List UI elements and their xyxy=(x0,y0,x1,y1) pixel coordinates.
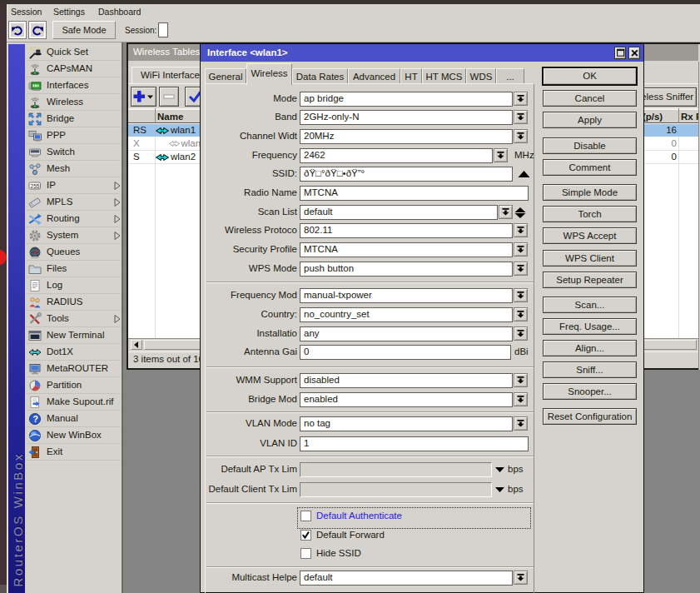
svg-text:255: 255 xyxy=(31,183,40,189)
svg-text:?: ? xyxy=(32,414,37,424)
